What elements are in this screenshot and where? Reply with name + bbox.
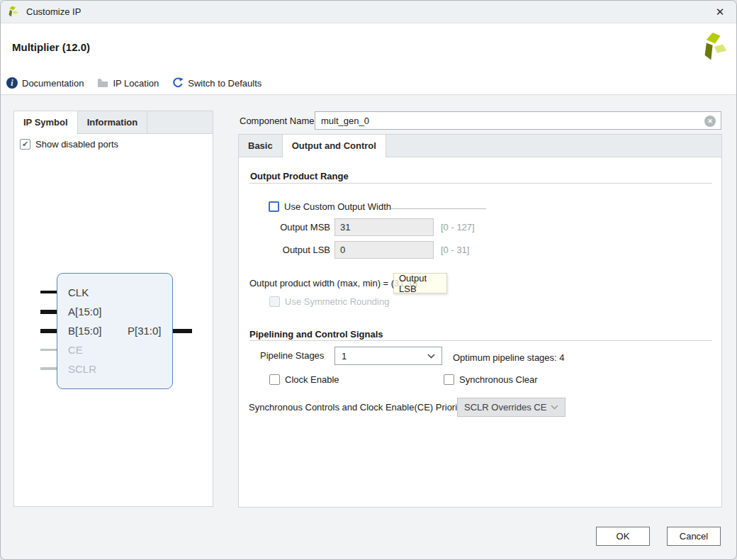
- config-tabs: Basic Output and Control: [239, 135, 721, 157]
- show-disabled-ports-checkbox[interactable]: ✔ Show disabled ports: [20, 139, 118, 150]
- tooltip: Output LSB: [393, 273, 447, 293]
- decorative-line: [390, 208, 486, 209]
- xilinx-logo: [704, 32, 728, 63]
- folder-icon: [97, 78, 108, 88]
- priority-label: Synchronous Controls and Clock Enable(CE…: [249, 402, 464, 413]
- checkbox-checked-icon: ✔: [20, 139, 30, 150]
- port-sclr-label: SCLR: [68, 363, 96, 375]
- output-msb-input: 31: [334, 218, 434, 236]
- port-clk-label: CLK: [68, 286, 89, 298]
- ip-location-button[interactable]: IP Location: [97, 78, 159, 89]
- window-title: Customize IP: [26, 6, 81, 17]
- use-symmetric-rounding-checkbox: Use Symmetric Rounding: [269, 296, 389, 307]
- output-lsb-range: [0 - 31]: [441, 245, 469, 255]
- port-b-label: B[15:0]: [68, 325, 102, 337]
- output-msb-range: [0 - 127]: [441, 222, 475, 233]
- pipelining-section-title: Pipelining and Control Signals: [249, 329, 383, 340]
- close-icon[interactable]: ✕: [708, 3, 732, 21]
- port-clk-stub: [40, 291, 57, 293]
- dialog-header: Multiplier (12.0) i Documentation IP Loc…: [1, 23, 736, 95]
- checkbox-unchecked-icon: [269, 201, 279, 212]
- clock-enable-label: Clock Enable: [285, 374, 339, 385]
- output-lsb-input: 0: [334, 241, 434, 259]
- port-ce-stub: [40, 349, 57, 351]
- section-divider: [249, 340, 712, 341]
- pipeline-stages-label: Pipeline Stages: [260, 350, 324, 361]
- pipeline-stages-value: 1: [342, 351, 347, 362]
- tab-ip-symbol[interactable]: IP Symbol: [14, 111, 78, 133]
- use-custom-output-width-label: Use Custom Output Width: [284, 201, 391, 212]
- clock-enable-checkbox[interactable]: Clock Enable: [269, 374, 339, 385]
- checkbox-disabled-icon: [269, 296, 280, 307]
- component-name-label: Component Name: [240, 116, 315, 126]
- clear-icon[interactable]: ✕: [704, 116, 716, 127]
- ok-button[interactable]: OK: [596, 527, 650, 546]
- use-custom-output-width-checkbox[interactable]: Use Custom Output Width: [269, 201, 391, 212]
- ip-location-label: IP Location: [113, 78, 159, 89]
- documentation-label: Documentation: [22, 78, 84, 89]
- config-panel: Basic Output and Control Output Product …: [238, 134, 722, 508]
- cancel-button[interactable]: Cancel: [667, 527, 721, 546]
- customize-ip-dialog: Customize IP ✕ Multiplier (12.0) i Docum…: [0, 0, 737, 560]
- refresh-icon: [172, 77, 184, 89]
- show-disabled-ports-label: Show disabled ports: [35, 139, 118, 150]
- output-lsb-label: Output LSB: [253, 245, 330, 255]
- tab-information[interactable]: Information: [78, 111, 148, 133]
- ip-symbol-panel: IP Symbol Information ✔ Show disabled po…: [13, 111, 213, 507]
- switch-to-defaults-label: Switch to Defaults: [188, 78, 261, 89]
- tab-basic[interactable]: Basic: [239, 135, 283, 157]
- info-icon: i: [6, 77, 18, 89]
- synchronous-clear-label: Synchronous Clear: [459, 374, 538, 385]
- chevron-down-icon: [427, 354, 435, 359]
- port-a-stub: [40, 310, 57, 314]
- optimum-pipeline-text: Optimum pipeline stages: 4: [453, 352, 565, 363]
- output-product-range-title: Output Product Range: [250, 171, 349, 181]
- output-and-control-page: Output Product Range Use Custom Output W…: [239, 157, 721, 507]
- tooltip-text: Output LSB: [399, 273, 441, 294]
- xilinx-logo-icon: [8, 6, 20, 18]
- port-p-stub: [173, 329, 192, 333]
- switch-to-defaults-button[interactable]: Switch to Defaults: [172, 77, 261, 89]
- component-name-value: mult_gen_0: [321, 116, 369, 126]
- priority-value: SCLR Overrides CE: [464, 402, 546, 413]
- port-sclr-stub: [40, 367, 57, 370]
- left-panel-tabs: IP Symbol Information: [14, 111, 213, 134]
- pipeline-stages-dropdown[interactable]: 1: [334, 347, 442, 365]
- output-msb-label: Output MSB: [253, 222, 330, 233]
- port-ce-label: CE: [68, 344, 83, 356]
- checkbox-unchecked-icon: [269, 374, 280, 385]
- tab-output-and-control[interactable]: Output and Control: [283, 135, 386, 157]
- section-divider: [249, 183, 712, 184]
- title-bar: Customize IP ✕: [1, 1, 736, 23]
- toolbar: i Documentation IP Location Switch to De…: [6, 77, 261, 89]
- component-name-input[interactable]: mult_gen_0 ✕: [315, 111, 721, 130]
- product-width-text: Output product width (max, min) = (31, 0…: [249, 278, 417, 289]
- port-p-label: P[31:0]: [128, 325, 162, 337]
- port-a-label: A[15:0]: [68, 306, 102, 318]
- port-b-stub: [40, 329, 57, 333]
- priority-dropdown: SCLR Overrides CE: [457, 398, 566, 417]
- use-symmetric-rounding-label: Use Symmetric Rounding: [285, 296, 389, 307]
- synchronous-clear-checkbox[interactable]: Synchronous Clear: [444, 374, 538, 385]
- chevron-down-icon: [551, 405, 558, 410]
- documentation-button[interactable]: i Documentation: [6, 77, 84, 89]
- checkbox-unchecked-icon: [444, 374, 454, 385]
- ip-title: Multiplier (12.0): [12, 41, 90, 53]
